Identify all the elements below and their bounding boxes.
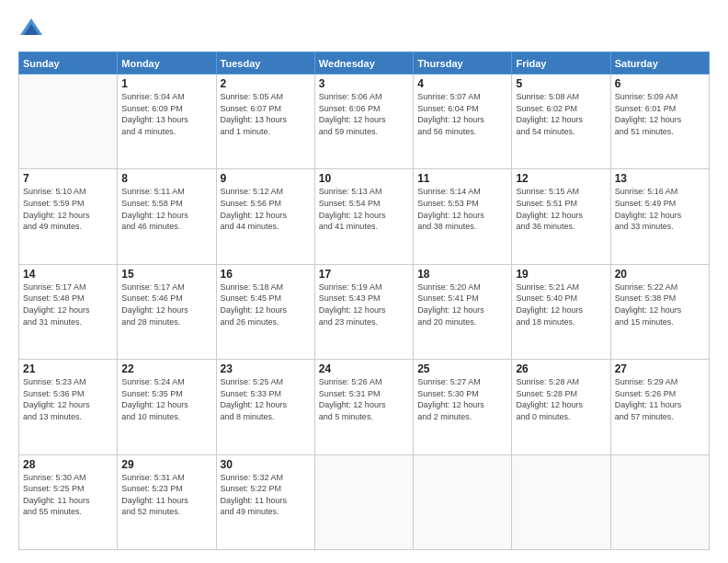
day-of-week-header: Thursday [414,52,512,75]
calendar-cell: 6Sunrise: 5:09 AM Sunset: 6:01 PM Daylig… [610,75,709,169]
day-number: 28 [23,458,113,471]
header [18,17,710,42]
day-of-week-header: Saturday [610,52,709,75]
day-number: 2 [221,77,311,90]
day-info: Sunrise: 5:20 AM Sunset: 5:41 PM Dayligh… [417,282,507,327]
day-number: 29 [121,458,211,471]
calendar-week-row: 28Sunrise: 5:30 AM Sunset: 5:25 PM Dayli… [19,454,710,549]
calendar-cell: 29Sunrise: 5:31 AM Sunset: 5:23 PM Dayli… [118,454,216,549]
day-info: Sunrise: 5:13 AM Sunset: 5:54 PM Dayligh… [319,186,409,232]
day-number: 4 [417,77,507,90]
day-info: Sunrise: 5:12 AM Sunset: 5:56 PM Dayligh… [221,186,311,232]
calendar-cell: 30Sunrise: 5:32 AM Sunset: 5:22 PM Dayli… [216,454,314,549]
calendar-cell: 25Sunrise: 5:27 AM Sunset: 5:30 PM Dayli… [414,360,512,454]
day-info: Sunrise: 5:05 AM Sunset: 6:07 PM Dayligh… [221,91,311,137]
logo-icon [18,17,44,42]
calendar-week-row: 1Sunrise: 5:04 AM Sunset: 6:09 PM Daylig… [19,75,710,169]
calendar-cell: 21Sunrise: 5:23 AM Sunset: 5:36 PM Dayli… [19,360,118,454]
day-number: 23 [221,362,311,375]
calendar-cell: 3Sunrise: 5:06 AM Sunset: 6:06 PM Daylig… [314,75,413,169]
calendar-cell: 22Sunrise: 5:24 AM Sunset: 5:35 PM Dayli… [118,360,216,454]
day-info: Sunrise: 5:32 AM Sunset: 5:22 PM Dayligh… [221,472,311,518]
day-number: 21 [23,362,113,375]
calendar-cell: 17Sunrise: 5:19 AM Sunset: 5:43 PM Dayli… [314,264,413,359]
day-number: 30 [221,458,311,471]
day-number: 25 [417,362,507,375]
day-info: Sunrise: 5:27 AM Sunset: 5:30 PM Dayligh… [417,376,507,422]
day-number: 3 [319,77,409,90]
day-number: 22 [121,362,211,375]
day-of-week-header: Monday [118,52,216,75]
day-info: Sunrise: 5:17 AM Sunset: 5:46 PM Dayligh… [121,282,211,327]
day-number: 19 [516,268,606,281]
calendar-cell: 24Sunrise: 5:26 AM Sunset: 5:31 PM Dayli… [314,360,413,454]
day-of-week-header: Sunday [19,52,118,75]
calendar-cell: 11Sunrise: 5:14 AM Sunset: 5:53 PM Dayli… [414,169,512,264]
day-info: Sunrise: 5:08 AM Sunset: 6:02 PM Dayligh… [516,91,606,137]
day-number: 1 [121,77,211,90]
day-info: Sunrise: 5:17 AM Sunset: 5:48 PM Dayligh… [23,282,113,327]
logo [18,17,48,42]
day-number: 8 [121,172,211,185]
calendar-cell: 13Sunrise: 5:16 AM Sunset: 5:49 PM Dayli… [610,169,709,264]
day-info: Sunrise: 5:23 AM Sunset: 5:36 PM Dayligh… [23,376,113,422]
calendar-cell: 23Sunrise: 5:25 AM Sunset: 5:33 PM Dayli… [216,360,314,454]
day-info: Sunrise: 5:16 AM Sunset: 5:49 PM Dayligh… [615,186,705,232]
day-number: 10 [319,172,409,185]
day-info: Sunrise: 5:14 AM Sunset: 5:53 PM Dayligh… [417,186,507,232]
day-info: Sunrise: 5:06 AM Sunset: 6:06 PM Dayligh… [319,91,409,137]
day-number: 27 [615,362,705,375]
calendar-cell: 5Sunrise: 5:08 AM Sunset: 6:02 PM Daylig… [512,75,610,169]
calendar-cell: 10Sunrise: 5:13 AM Sunset: 5:54 PM Dayli… [314,169,413,264]
day-info: Sunrise: 5:22 AM Sunset: 5:38 PM Dayligh… [615,282,705,327]
calendar-cell [19,75,118,169]
day-number: 5 [516,77,606,90]
day-info: Sunrise: 5:31 AM Sunset: 5:23 PM Dayligh… [121,472,211,518]
calendar-cell [414,454,512,549]
day-info: Sunrise: 5:11 AM Sunset: 5:58 PM Dayligh… [121,186,211,232]
calendar-header-row: SundayMondayTuesdayWednesdayThursdayFrid… [19,52,710,75]
calendar-cell: 8Sunrise: 5:11 AM Sunset: 5:58 PM Daylig… [118,169,216,264]
day-info: Sunrise: 5:15 AM Sunset: 5:51 PM Dayligh… [516,186,606,232]
day-info: Sunrise: 5:04 AM Sunset: 6:09 PM Dayligh… [121,91,211,137]
calendar-week-row: 21Sunrise: 5:23 AM Sunset: 5:36 PM Dayli… [19,360,710,454]
day-number: 13 [615,172,705,185]
calendar-table: SundayMondayTuesdayWednesdayThursdayFrid… [18,52,710,550]
day-info: Sunrise: 5:28 AM Sunset: 5:28 PM Dayligh… [516,376,606,422]
day-info: Sunrise: 5:18 AM Sunset: 5:45 PM Dayligh… [221,282,311,327]
day-info: Sunrise: 5:07 AM Sunset: 6:04 PM Dayligh… [417,91,507,137]
calendar-cell: 12Sunrise: 5:15 AM Sunset: 5:51 PM Dayli… [512,169,610,264]
calendar-cell: 9Sunrise: 5:12 AM Sunset: 5:56 PM Daylig… [216,169,314,264]
calendar-cell: 20Sunrise: 5:22 AM Sunset: 5:38 PM Dayli… [610,264,709,359]
day-number: 26 [516,362,606,375]
day-info: Sunrise: 5:21 AM Sunset: 5:40 PM Dayligh… [516,282,606,327]
day-info: Sunrise: 5:10 AM Sunset: 5:59 PM Dayligh… [23,186,113,232]
calendar-cell: 14Sunrise: 5:17 AM Sunset: 5:48 PM Dayli… [19,264,118,359]
day-number: 24 [319,362,409,375]
page: SundayMondayTuesdayWednesdayThursdayFrid… [0,0,728,563]
calendar-week-row: 14Sunrise: 5:17 AM Sunset: 5:48 PM Dayli… [19,264,710,359]
calendar-week-row: 7Sunrise: 5:10 AM Sunset: 5:59 PM Daylig… [19,169,710,264]
day-of-week-header: Friday [512,52,610,75]
day-info: Sunrise: 5:19 AM Sunset: 5:43 PM Dayligh… [319,282,409,327]
day-number: 17 [319,268,409,281]
day-number: 9 [221,172,311,185]
day-number: 7 [23,172,113,185]
calendar-cell: 28Sunrise: 5:30 AM Sunset: 5:25 PM Dayli… [19,454,118,549]
calendar-cell: 1Sunrise: 5:04 AM Sunset: 6:09 PM Daylig… [118,75,216,169]
calendar-cell: 26Sunrise: 5:28 AM Sunset: 5:28 PM Dayli… [512,360,610,454]
calendar-cell: 7Sunrise: 5:10 AM Sunset: 5:59 PM Daylig… [19,169,118,264]
calendar-cell: 18Sunrise: 5:20 AM Sunset: 5:41 PM Dayli… [414,264,512,359]
calendar-cell: 27Sunrise: 5:29 AM Sunset: 5:26 PM Dayli… [610,360,709,454]
day-number: 16 [221,268,311,281]
calendar-cell [610,454,709,549]
calendar-cell: 2Sunrise: 5:05 AM Sunset: 6:07 PM Daylig… [216,75,314,169]
day-of-week-header: Wednesday [314,52,413,75]
day-info: Sunrise: 5:26 AM Sunset: 5:31 PM Dayligh… [319,376,409,422]
calendar-cell: 16Sunrise: 5:18 AM Sunset: 5:45 PM Dayli… [216,264,314,359]
day-of-week-header: Tuesday [216,52,314,75]
day-number: 20 [615,268,705,281]
day-info: Sunrise: 5:30 AM Sunset: 5:25 PM Dayligh… [23,472,113,518]
day-number: 11 [417,172,507,185]
day-number: 15 [121,268,211,281]
